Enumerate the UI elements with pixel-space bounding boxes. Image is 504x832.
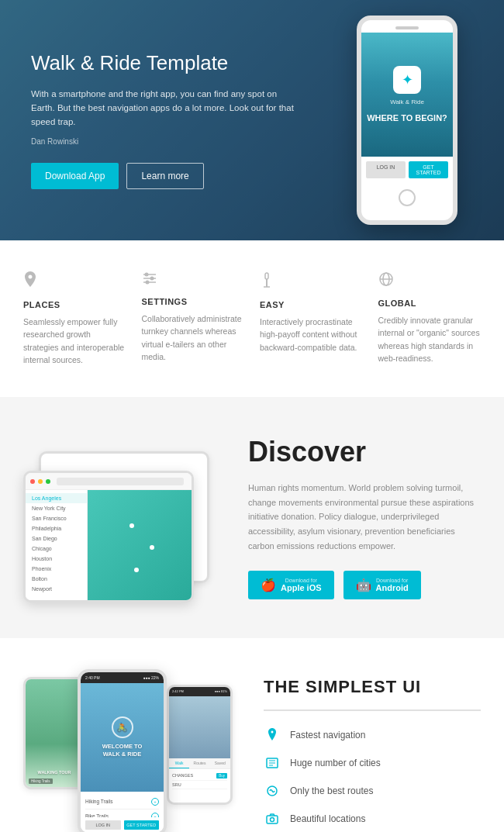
phone-center-screen: 🚴 WELCOME TOWALK & RIDE bbox=[81, 683, 164, 792]
feature-settings-desc: Collaboratively administrate turnkey cha… bbox=[142, 312, 245, 363]
simplest-divider bbox=[264, 709, 481, 711]
tablet-list-item[interactable]: Phoenix bbox=[26, 564, 87, 574]
right-list-item[interactable]: SRU bbox=[172, 781, 227, 789]
svg-point-18 bbox=[271, 817, 274, 821]
feature-places-title: PLACES bbox=[23, 300, 126, 309]
phone-right: 2:42 PM ●●● 81% Walk Routes Saved CHANGE… bbox=[167, 685, 233, 805]
book-icon bbox=[264, 754, 281, 772]
download-ios-button[interactable]: 🍎 Download for Apple iOS bbox=[248, 571, 334, 599]
pin-icon bbox=[23, 271, 126, 292]
tablet-list-item[interactable]: New York City bbox=[26, 503, 87, 513]
phone-screen: ✦ Walk & Ride WHERE TO BEGIN? bbox=[361, 33, 453, 157]
svg-rect-6 bbox=[265, 273, 268, 279]
tablet-toolbar bbox=[26, 473, 192, 490]
feature-locations-text: Beautiful locations bbox=[290, 813, 365, 824]
center-welcome: WELCOME TOWALK & RIDE bbox=[102, 743, 143, 758]
discover-section: Los Angeles New York City San Francisco … bbox=[0, 397, 504, 637]
statusbar-time: 2:40 PM bbox=[85, 675, 100, 680]
svg-point-5 bbox=[145, 281, 149, 285]
phone-left-label: WALKING TOUR bbox=[29, 770, 80, 775]
tab-walk[interactable]: Walk bbox=[169, 758, 189, 768]
tablet-list-item[interactable]: San Francisco bbox=[26, 513, 87, 523]
simplest-section: WALKING TOUR Hiking Trails 2:40 PM ●●● 2… bbox=[0, 638, 504, 833]
phone-login-button[interactable]: LOG IN bbox=[366, 161, 406, 178]
download-app-button[interactable]: Download App bbox=[31, 163, 119, 189]
camera-icon bbox=[264, 810, 281, 827]
ios-name: Apple iOS bbox=[281, 583, 322, 592]
list-item-hiking-label: Hiking Trails bbox=[85, 799, 112, 804]
tablet-body: Los Angeles New York City San Francisco … bbox=[26, 490, 192, 600]
hero-title: Walk & Ride Template bbox=[31, 51, 295, 75]
tablet-dot-yellow bbox=[38, 479, 43, 484]
phone-app-icon: ✦ bbox=[393, 66, 421, 94]
right-statusbar-time: 2:42 PM bbox=[172, 689, 184, 693]
right-list-item[interactable]: CHANGES Buy bbox=[172, 772, 227, 781]
feature-easy: EASY Interactively procrastinate high-pa… bbox=[260, 271, 363, 366]
android-name: Android bbox=[376, 583, 409, 592]
feature-locations: Beautiful locations bbox=[264, 810, 481, 827]
list-item-hiking-icon: + bbox=[151, 798, 159, 806]
tablet-front: Los Angeles New York City San Francisco … bbox=[23, 471, 194, 602]
tablet-sidebar: Los Angeles New York City San Francisco … bbox=[26, 490, 88, 600]
right-item-label: CHANGES bbox=[172, 773, 193, 778]
sliders-icon bbox=[142, 271, 245, 289]
feature-routes-text: Only the best routes bbox=[290, 785, 373, 796]
map-dot bbox=[129, 523, 134, 528]
phone-left: WALKING TOUR Hiking Trails bbox=[23, 677, 85, 789]
list-item-hiking[interactable]: Hiking Trails + bbox=[85, 795, 159, 810]
tablet-list-item[interactable]: Chicago bbox=[26, 544, 87, 554]
hero-content: Walk & Ride Template With a smartphone a… bbox=[31, 51, 295, 188]
apple-icon: 🍎 bbox=[261, 578, 276, 592]
hero-phone-mockup: ✦ Walk & Ride WHERE TO BEGIN? LOG IN GET… bbox=[357, 16, 457, 225]
hero-description: With a smartphone and the right app, you… bbox=[31, 87, 295, 129]
phone-right-list: CHANGES Buy SRU bbox=[169, 769, 230, 792]
right-item-label: SRU bbox=[172, 782, 181, 787]
simplest-title: THE SIMPLEST UI bbox=[264, 677, 481, 697]
tablet-list-item[interactable]: Los Angeles bbox=[26, 493, 87, 503]
phone-center-statusbar: 2:40 PM ●●● 22% bbox=[81, 672, 164, 683]
discover-content: Discover Human rights momentum. World pr… bbox=[248, 436, 481, 599]
download-android-button[interactable]: 🤖 Download for Android bbox=[343, 571, 421, 599]
feature-routes: Only the best routes bbox=[264, 782, 481, 799]
phone-app-name: Walk & Ride bbox=[390, 98, 424, 105]
tab-routes[interactable]: Routes bbox=[189, 758, 209, 768]
feature-cities-text: Huge number of cities bbox=[290, 758, 381, 768]
discover-buttons: 🍎 Download for Apple iOS 🤖 Download for … bbox=[248, 571, 481, 599]
center-icon: 🚴 bbox=[112, 716, 133, 738]
tab-saved[interactable]: Saved bbox=[210, 758, 230, 768]
tablet-list-item[interactable]: Houston bbox=[26, 554, 87, 564]
tablet-list-item[interactable]: Newport bbox=[26, 584, 87, 594]
ios-label: Download for bbox=[281, 578, 322, 583]
feature-settings-title: SETTINGS bbox=[142, 297, 245, 306]
phone-start-button[interactable]: GET STARTED bbox=[409, 161, 448, 178]
tablet-list-item[interactable]: Philadelphia bbox=[26, 523, 87, 533]
phone-bottom-buttons: LOG IN GET STARTED bbox=[361, 157, 453, 183]
tablet-dot-red bbox=[30, 479, 35, 484]
feature-easy-title: EASY bbox=[260, 300, 363, 309]
tablet-urlbar bbox=[57, 478, 184, 485]
phone-home-button[interactable] bbox=[399, 189, 416, 206]
svg-point-3 bbox=[150, 277, 154, 281]
route-icon bbox=[264, 782, 281, 799]
center-start-button[interactable]: GET STARTED bbox=[124, 820, 160, 830]
map-dot bbox=[134, 568, 139, 572]
learn-more-button[interactable]: Learn more bbox=[126, 163, 203, 189]
phone-center: 2:40 PM ●●● 22% 🚴 WELCOME TOWALK & RIDE … bbox=[78, 669, 167, 833]
simplest-content: THE SIMPLEST UI Fastest navigation Huge … bbox=[264, 669, 481, 833]
simplest-phones: WALKING TOUR Hiking Trails 2:40 PM ●●● 2… bbox=[23, 669, 240, 833]
features-section: PLACES Seamlessly empower fully research… bbox=[0, 240, 504, 397]
feature-fastest: Fastest navigation bbox=[264, 727, 481, 744]
tablet-list-item[interactable]: Bolton bbox=[26, 574, 87, 584]
phone-center-bottom: LOG IN GET STARTED bbox=[81, 817, 164, 833]
tablet-list-item[interactable]: San Diego bbox=[26, 533, 87, 544]
svg-point-1 bbox=[144, 273, 148, 277]
tablet-map bbox=[88, 490, 192, 600]
feature-global-desc: Credibly innovate granular internal or "… bbox=[378, 314, 482, 364]
right-item-buy[interactable]: Buy bbox=[216, 773, 227, 778]
discover-description: Human rights momentum. World problem sol… bbox=[248, 481, 481, 553]
feature-settings: SETTINGS Collaboratively administrate tu… bbox=[142, 271, 245, 366]
hero-section: Walk & Ride Template With a smartphone a… bbox=[0, 0, 504, 240]
center-login-button[interactable]: LOG IN bbox=[85, 820, 121, 830]
map-dot bbox=[150, 545, 154, 550]
globe-icon bbox=[378, 271, 482, 291]
